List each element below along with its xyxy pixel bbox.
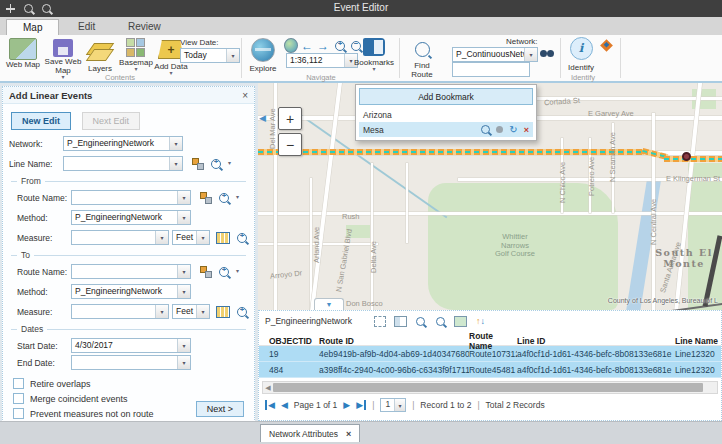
zoom-to-route-icon[interactable]: + <box>219 193 229 203</box>
tab-review[interactable]: Review <box>112 19 177 35</box>
network-select[interactable]: P_EngineeringNetwork▾ <box>63 136 183 151</box>
switch-selection-icon[interactable] <box>453 315 468 328</box>
identify-group-label: Identify <box>560 73 606 82</box>
scale-select[interactable]: 1:36,112 ▾ <box>286 53 358 68</box>
table-row[interactable]: 19 4eb9419b-af9b-4d04-ab69-1d403476802b … <box>259 346 721 362</box>
line-name-select[interactable]: ▾ <box>63 156 183 171</box>
app-title: Event Editor <box>0 2 722 13</box>
close-icon[interactable]: × <box>346 429 351 439</box>
record-range: Record 1 to 2 <box>420 400 471 410</box>
measure-on-map-icon[interactable] <box>216 232 230 244</box>
back-arrow-icon[interactable]: ← <box>300 39 314 52</box>
zoom-to-route-icon[interactable]: + <box>219 267 229 277</box>
from-route-name-select[interactable]: ▾ <box>71 190 191 205</box>
to-method-select[interactable]: P_EngineeringNetwork▾ <box>71 284 191 299</box>
bookmarks-button[interactable]: Bookmarks ▾ <box>352 38 396 72</box>
title-bar: Event Editor <box>0 0 722 17</box>
route-input[interactable] <box>452 62 530 77</box>
zoom-in-icon[interactable]: + <box>333 39 347 52</box>
web-map-button[interactable]: Web Map <box>4 38 42 69</box>
first-page-icon[interactable]: ◀ <box>265 400 275 410</box>
collapse-panel-arrow[interactable]: ◀ <box>259 113 266 123</box>
next-button[interactable]: Next > <box>196 401 244 417</box>
from-measure-input[interactable]: ▾ <box>71 230 169 245</box>
zoom-to-measure-icon[interactable]: + <box>237 307 247 317</box>
chevron-down-icon: ▾ <box>196 231 209 244</box>
new-edit-button[interactable]: New Edit <box>11 112 71 130</box>
street-label: Del Mar Ave <box>268 108 277 149</box>
map-zoom-out-button[interactable]: − <box>278 133 302 156</box>
refresh-bookmark-icon[interactable]: ↻ <box>509 125 517 134</box>
tab-edit[interactable]: Edit <box>62 19 111 35</box>
checkbox[interactable] <box>13 378 24 389</box>
contents-group-label: Contents <box>60 73 180 82</box>
checkbox[interactable] <box>13 408 24 419</box>
bookmark-item-mesa[interactable]: Mesa ↻ × <box>359 122 533 137</box>
collapse-table-arrow[interactable]: ▼ <box>314 298 344 310</box>
start-date-select[interactable]: 4/30/2017▾ <box>71 338 191 353</box>
close-icon[interactable]: × <box>242 90 248 101</box>
explore-button[interactable]: Explore <box>246 38 280 73</box>
forward-arrow-icon[interactable]: → <box>316 39 330 52</box>
end-date-select[interactable]: ▾ <box>71 355 191 370</box>
explore-icon <box>251 38 275 62</box>
show-table-icon[interactable] <box>393 315 408 328</box>
add-bookmark-button[interactable]: Add Bookmark <box>359 88 533 105</box>
select-records-icon[interactable] <box>373 315 388 328</box>
ribbon: Web Map Save Web Map ▾ Layers Basemap ▾ … <box>0 35 722 83</box>
delete-bookmark-icon[interactable]: × <box>524 125 529 135</box>
to-route-name-select[interactable]: ▾ <box>71 264 191 279</box>
bookmark-item-arizona[interactable]: Arizona <box>359 108 533 122</box>
tab-map[interactable]: Map <box>6 19 59 36</box>
globe-icon[interactable] <box>284 39 298 52</box>
select-route-on-map-icon[interactable] <box>200 192 212 204</box>
select-line-on-map-icon[interactable] <box>192 158 204 170</box>
prev-page-icon[interactable]: ◀ <box>281 400 288 410</box>
zoom-to-line-icon[interactable]: + <box>211 159 221 169</box>
locate-flag-icon[interactable] <box>600 39 613 52</box>
layer-name: P_EngineeringNetwork <box>265 316 352 326</box>
chevron-down-icon: ▾ <box>226 49 239 62</box>
horizontal-scrollbar[interactable]: ◀ <box>262 381 718 394</box>
navigate-group-label: Navigate <box>266 73 376 82</box>
sort-icon[interactable]: ↑↓ <box>473 315 488 328</box>
zoom-to-measure-icon[interactable]: + <box>237 233 247 243</box>
chevron-down-icon[interactable]: ▾ <box>228 161 231 166</box>
table-row[interactable]: 484 a398ff4c-2940-4c00-96b6-c6343f9f1711… <box>259 362 721 378</box>
from-method-select[interactable]: P_EngineeringNetwork▾ <box>71 210 191 225</box>
view-date-select[interactable]: Today ▾ <box>180 48 240 63</box>
street-label: Potrero Ave <box>587 157 596 196</box>
chevron-down-icon[interactable]: ▾ <box>236 269 239 274</box>
next-page-icon[interactable]: ▶ <box>343 400 350 410</box>
pan-to-selection-icon[interactable] <box>433 315 448 328</box>
road <box>406 163 408 243</box>
layers-button[interactable]: Layers <box>84 39 116 73</box>
map-zoom-in-button[interactable]: + <box>278 107 302 130</box>
zoom-to-bookmark-icon[interactable] <box>481 125 490 134</box>
pan-to-bookmark-icon[interactable] <box>496 126 503 133</box>
scroll-left-icon[interactable]: ◀ <box>263 384 273 392</box>
measure-on-map-icon[interactable] <box>216 306 230 318</box>
to-unit-select[interactable]: Feet▾ <box>172 304 210 319</box>
find-route-button[interactable]: Find Route <box>404 39 440 79</box>
street-label: N Central Ave <box>649 199 658 245</box>
last-page-icon[interactable]: ▶ <box>356 400 366 410</box>
page-select[interactable]: 1 ▾ <box>380 398 406 412</box>
from-unit-select[interactable]: Feet▾ <box>172 230 210 245</box>
tab-network-attributes[interactable]: Network Attributes × <box>260 424 360 442</box>
to-measure-input[interactable]: ▾ <box>71 304 169 319</box>
retire-overlaps-option[interactable]: Retire overlaps <box>13 378 248 389</box>
binoculars-icon[interactable] <box>540 49 554 59</box>
network-select[interactable]: P_ContinuousNetwork ▾ <box>452 47 538 62</box>
scrollbar-thumb[interactable] <box>273 383 703 392</box>
identify-button[interactable]: i Identify <box>566 37 596 72</box>
street-label: Rush <box>342 212 360 221</box>
street-label: Delta Ave <box>369 241 378 273</box>
chevron-down-icon[interactable]: ▾ <box>236 195 239 200</box>
checkbox[interactable] <box>13 393 24 404</box>
select-route-on-map-icon[interactable] <box>200 266 212 278</box>
next-edit-button[interactable]: Next Edit <box>82 112 141 130</box>
zoom-to-selection-icon[interactable] <box>413 315 428 328</box>
basemap-button[interactable]: Basemap ▾ <box>118 38 154 72</box>
panel-title: Add Linear Events <box>9 90 242 101</box>
